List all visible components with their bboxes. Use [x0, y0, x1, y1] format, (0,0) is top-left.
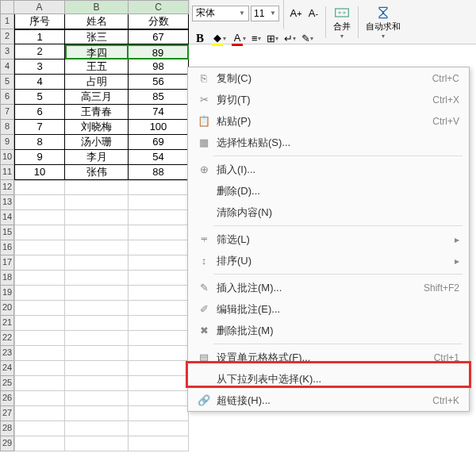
cell[interactable]: 7: [14, 120, 65, 135]
cell[interactable]: [129, 286, 189, 301]
cell[interactable]: [129, 225, 189, 240]
ctx-filter[interactable]: ⫧筛选(L)▸: [188, 228, 469, 250]
autosum-button[interactable]: 自动求和▾: [363, 3, 404, 41]
cell[interactable]: [14, 421, 65, 436]
cell[interactable]: 88: [129, 165, 189, 180]
cell[interactable]: [14, 406, 65, 421]
cell[interactable]: [129, 406, 189, 421]
row-header[interactable]: 15: [0, 225, 14, 240]
cell[interactable]: [14, 391, 65, 406]
cell[interactable]: [14, 271, 65, 286]
ctx-sort[interactable]: ↕排序(U)▸: [188, 250, 469, 271]
row-header[interactable]: 6: [0, 90, 14, 105]
merge-button[interactable]: 合并▾: [330, 3, 354, 41]
cell[interactable]: 1: [14, 29, 65, 44]
bold-button[interactable]: B: [192, 31, 208, 47]
row-header[interactable]: 13: [0, 195, 14, 210]
row-header[interactable]: 3: [0, 44, 14, 60]
cell[interactable]: 69: [129, 135, 189, 150]
cell[interactable]: 4: [14, 75, 65, 90]
row-header[interactable]: 9: [0, 135, 14, 150]
row-header[interactable]: 26: [0, 391, 14, 406]
cell[interactable]: [14, 240, 65, 255]
cell[interactable]: [14, 210, 65, 225]
cell[interactable]: [14, 331, 65, 346]
row-header[interactable]: 8: [0, 120, 14, 135]
cell[interactable]: [14, 195, 65, 210]
ctx-delete-comment[interactable]: ✖删除批注(M): [188, 320, 469, 341]
fill-color-button[interactable]: ◆▾: [210, 31, 228, 47]
cell[interactable]: [129, 271, 189, 286]
cell[interactable]: [65, 180, 129, 195]
cell[interactable]: [65, 286, 129, 301]
cell[interactable]: 67: [129, 29, 189, 44]
ctx-pick-list[interactable]: 从下拉列表中选择(K)...: [188, 368, 469, 390]
cell[interactable]: 85: [129, 90, 189, 105]
cell[interactable]: 占明: [65, 75, 129, 90]
font-name-select[interactable]: 宋体▼: [192, 6, 249, 21]
cell[interactable]: 56: [129, 75, 189, 90]
cell[interactable]: 汤小珊: [65, 135, 129, 150]
ctx-format-cells[interactable]: ▤设置单元格格式(F)...Ctrl+1: [188, 347, 469, 368]
ctx-paste-special[interactable]: ▦选择性粘贴(S)...: [188, 132, 469, 153]
cell[interactable]: [65, 346, 129, 361]
font-color-button[interactable]: A▾: [230, 31, 248, 47]
cell[interactable]: 3: [14, 60, 65, 75]
row-header[interactable]: 20: [0, 301, 14, 316]
cell[interactable]: [129, 301, 189, 316]
cell[interactable]: 8: [14, 135, 65, 150]
cell[interactable]: [129, 180, 189, 195]
border-button[interactable]: ⊞▾: [265, 31, 280, 47]
cell[interactable]: [129, 316, 189, 331]
cell[interactable]: 98: [129, 60, 189, 75]
cell[interactable]: 刘晓梅: [65, 120, 129, 135]
row-header[interactable]: 21: [0, 316, 14, 331]
cell[interactable]: 5: [14, 90, 65, 105]
row-header[interactable]: 5: [0, 75, 14, 90]
row-header[interactable]: 4: [0, 60, 14, 75]
wrap-button[interactable]: ↵▾: [282, 31, 298, 47]
decrease-font-button[interactable]: A-: [305, 6, 321, 21]
ctx-cut[interactable]: ✂剪切(T)Ctrl+X: [188, 89, 469, 110]
cell[interactable]: [65, 301, 129, 316]
cell[interactable]: 姓名: [65, 14, 129, 29]
cell[interactable]: [65, 240, 129, 255]
row-header[interactable]: 16: [0, 240, 14, 255]
cell[interactable]: [14, 346, 65, 361]
ctx-clear[interactable]: 清除内容(N): [188, 202, 469, 223]
row-header[interactable]: 19: [0, 286, 14, 301]
cell[interactable]: [129, 376, 189, 391]
row-header[interactable]: 29: [0, 436, 14, 451]
cell[interactable]: 李月: [65, 150, 129, 165]
cell[interactable]: 李四: [65, 44, 129, 60]
row-header[interactable]: 10: [0, 150, 14, 165]
cell[interactable]: [65, 225, 129, 240]
increase-font-button[interactable]: A+: [288, 6, 304, 21]
cell[interactable]: [129, 195, 189, 210]
row-header[interactable]: 1: [0, 14, 14, 29]
cell[interactable]: 王五: [65, 60, 129, 75]
cell[interactable]: [65, 406, 129, 421]
cell[interactable]: [129, 421, 189, 436]
cell[interactable]: [14, 436, 65, 451]
col-header-b[interactable]: B: [65, 0, 129, 14]
cell[interactable]: [14, 316, 65, 331]
row-header[interactable]: 25: [0, 376, 14, 391]
cell[interactable]: [14, 255, 65, 271]
cell[interactable]: 74: [129, 105, 189, 120]
cell[interactable]: [14, 286, 65, 301]
row-header[interactable]: 22: [0, 331, 14, 346]
cell[interactable]: [14, 180, 65, 195]
align-button[interactable]: ≡▾: [250, 31, 263, 47]
row-header[interactable]: 24: [0, 361, 14, 376]
col-header-a[interactable]: A: [14, 0, 65, 14]
cell[interactable]: [129, 346, 189, 361]
cell[interactable]: [129, 391, 189, 406]
cell[interactable]: 张三: [65, 29, 129, 44]
ctx-hyperlink[interactable]: 🔗超链接(H)...Ctrl+K: [188, 390, 469, 411]
cell[interactable]: [14, 301, 65, 316]
cell[interactable]: 2: [14, 44, 65, 60]
cell[interactable]: 6: [14, 105, 65, 120]
ctx-insert[interactable]: ⊕插入(I)...: [188, 159, 469, 180]
cell[interactable]: [14, 225, 65, 240]
